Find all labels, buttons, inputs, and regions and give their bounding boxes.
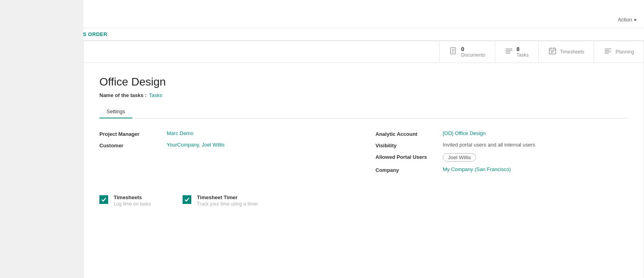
tasks-count: 8 <box>516 46 520 52</box>
tasks-icon <box>505 47 513 57</box>
checkbox-timesheets: Timesheets Log time on tasks <box>99 194 151 207</box>
timesheets-title: Timesheets <box>114 194 151 200</box>
checkbox-timesheet-timer: Timesheet Timer Track your time using a … <box>183 194 258 207</box>
timesheets-icon <box>548 47 557 57</box>
timesheet-timer-title: Timesheet Timer <box>197 194 258 200</box>
right-fields: Analytic Account [OD] Office Design Visi… <box>375 128 628 175</box>
field-value-visibility: Invited portal users and all internal us… <box>443 142 535 148</box>
field-label-company: Company <box>375 166 439 173</box>
field-label-visibility: Visibility <box>375 142 439 149</box>
field-value-customer[interactable]: YourCompany, Joel Willis <box>167 142 225 148</box>
timesheets-checked-icon[interactable] <box>99 195 108 204</box>
timesheet-timer-desc: Track your time using a timer <box>197 201 258 207</box>
task-name-row: Name of the tasks : Tasks <box>99 92 628 98</box>
tabs-row: Settings <box>99 105 628 118</box>
field-value-company[interactable]: My Company (San Francisco) <box>443 166 511 172</box>
stat-bar: 0 Documents 8 Tasks <box>84 41 644 63</box>
field-allowed-portal-users: Allowed Portal Users Joel Willis <box>375 151 628 164</box>
planning-icon <box>604 47 612 57</box>
documents-label: Documents <box>461 52 485 58</box>
checkboxes-row: Timesheets Log time on tasks Timesheet T… <box>99 188 628 207</box>
field-value-project-manager[interactable]: Marc Demo <box>167 130 193 136</box>
action-button[interactable]: Action ► <box>618 17 638 23</box>
field-value-analytic-account[interactable]: [OD] Office Design <box>443 130 486 136</box>
left-fields: Project Manager Marc Demo Customer YourC… <box>99 128 352 175</box>
document-icon <box>449 47 458 57</box>
content-card: 0 Documents 8 Tasks <box>83 41 644 278</box>
stat-tasks[interactable]: 8 Tasks <box>495 41 538 63</box>
stat-timesheets[interactable]: Timesheets <box>538 41 594 63</box>
field-customer: Customer YourCompany, Joel Willis <box>99 139 352 151</box>
form-area: Office Design Name of the tasks : Tasks … <box>84 63 644 219</box>
field-label-project-manager: Project Manager <box>99 130 163 137</box>
app-title: Office Design <box>6 2 638 11</box>
field-company: Company My Company (San Francisco) <box>375 164 628 175</box>
timesheet-timer-checked-icon[interactable] <box>183 195 191 204</box>
task-name-label: Name of the tasks : <box>99 92 147 98</box>
field-label-customer: Customer <box>99 142 163 149</box>
timesheets-text: Timesheets Log time on tasks <box>114 194 151 207</box>
stat-documents[interactable]: 0 Documents <box>439 41 495 63</box>
timesheets-desc: Log time on tasks <box>114 201 151 207</box>
project-title: Office Design <box>99 76 628 88</box>
tab-settings[interactable]: Settings <box>99 105 132 118</box>
field-label-analytic-account: Analytic Account <box>375 130 439 137</box>
timesheets-label: Timesheets <box>560 49 585 55</box>
field-value-allowed-portal-users[interactable]: Joel Willis <box>443 153 476 162</box>
left-sidebar <box>0 0 83 278</box>
tasks-label: Tasks <box>516 52 529 58</box>
fields-grid: Project Manager Marc Demo Customer YourC… <box>99 128 628 175</box>
timesheet-timer-text: Timesheet Timer Track your time using a … <box>197 194 258 207</box>
action-label: Action <box>618 17 632 23</box>
field-label-allowed-portal-users: Allowed Portal Users <box>375 153 439 160</box>
planning-label: Planning <box>615 49 634 55</box>
task-name-value[interactable]: Tasks <box>149 92 162 98</box>
stat-planning[interactable]: Planning <box>594 41 644 63</box>
field-project-manager: Project Manager Marc Demo <box>99 128 352 139</box>
field-visibility: Visibility Invited portal users and all … <box>375 139 628 151</box>
documents-count: 0 <box>461 46 464 52</box>
field-analytic-account: Analytic Account [OD] Office Design <box>375 128 628 139</box>
action-arrow-icon: ► <box>634 17 638 22</box>
